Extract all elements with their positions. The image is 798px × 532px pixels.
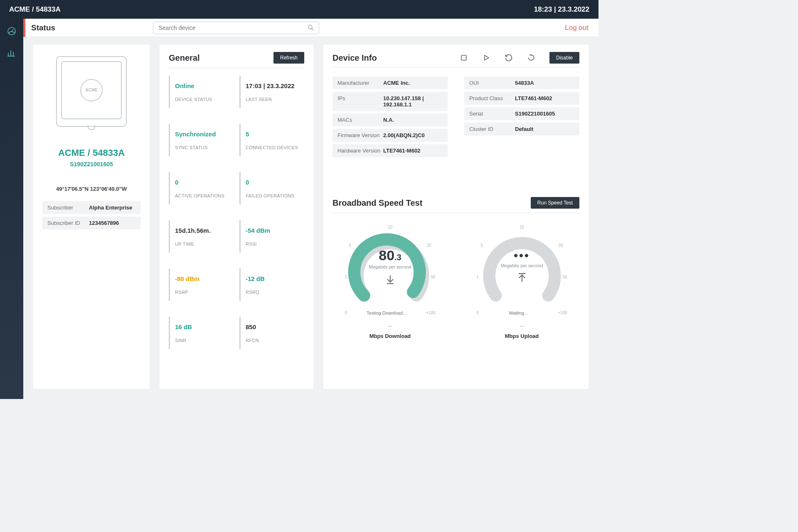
info-row-product-class: Product ClassLTE7461-M602 (464, 92, 579, 105)
stat-sinr: 16 dBSINR (169, 317, 234, 349)
general-stats-grid: OnlineDEVICE STATUS17:03 | 23.3.2022LAST… (169, 76, 304, 349)
device-image-brand: ACME (80, 79, 103, 101)
device-info-grid: ManufacturerACME Inc.IPs10.230.147.158 |… (332, 76, 579, 160)
download-gauge: 10 5 20 1 50 80.3 Megabits per second 0T… (342, 226, 438, 339)
stat-device-status: OnlineDEVICE STATUS (169, 76, 234, 108)
breadcrumb: ACME / 54833A (9, 5, 61, 14)
stat-active-operations: 0ACTIVE OPERATIONS (169, 172, 234, 204)
stat-rsrq: -12 dBRSRQ (239, 268, 304, 301)
topbar-clock: 18:23 | 23.3.2022 (534, 5, 589, 14)
logout-link[interactable]: Log out (565, 24, 589, 32)
info-row-macs: MACsN.A. (332, 113, 448, 126)
device-coordinates: 49°17'06.5"N 123°06'40.0"W (56, 186, 127, 192)
divider (332, 213, 579, 213)
stat-failed-operations: 0FAILED OPERATIONS (239, 172, 304, 204)
device-info-title: Device Info (332, 53, 377, 63)
device-info-actions: Disable (460, 52, 579, 64)
info-row-cluster-id: Cluster IDDefault (464, 123, 579, 135)
svg-point-1 (308, 25, 312, 29)
stat-rssi: -54 dBmRSSI (239, 220, 304, 253)
stop-icon[interactable] (460, 54, 468, 62)
info-row-firmware-version: Firmware Version2.00(ABQN.2)C0 (332, 129, 448, 142)
subscriber-rows: Subscriber Alpha Enterprise Subscriber I… (42, 201, 140, 232)
speed-test-section: Broadband Speed Test Run Speed Test 10 5… (332, 197, 579, 339)
page-title: Status (31, 23, 55, 32)
stat-sync-status: SynchronizedSYNC STATUS (169, 124, 234, 156)
device-summary-panel: ACME ACME / 54833A S190Z21001605 49°17'0… (33, 44, 150, 389)
info-row-hardware-version: Hardware VersionLTE7461-M602 (332, 144, 448, 157)
upload-label: Mbps Upload (474, 333, 570, 339)
left-nav (0, 19, 23, 399)
analytics-bars-icon[interactable] (7, 48, 17, 58)
stat-up-time: 15d.1h.56m.UP TIME (169, 220, 234, 253)
dashboard-gauge-icon[interactable] (7, 26, 17, 36)
upload-arrow-icon (516, 272, 528, 284)
search-box[interactable] (153, 22, 319, 34)
info-row-serial: SerialS190Z21001605 (464, 107, 579, 120)
stat-rfcn: 850RFCN (239, 317, 304, 349)
run-speed-test-button[interactable]: Run Speed Test (531, 197, 579, 209)
disable-button[interactable]: Disable (549, 52, 579, 64)
topbar: ACME / 54833A 18:23 | 23.3.2022 (0, 0, 598, 19)
info-row-ips: IPs10.230.147.158 | 192.168.1.1 (332, 92, 448, 111)
general-panel: General Refresh OnlineDEVICE STATUS17:03… (160, 44, 313, 389)
subscriber-id-row: Subscriber ID 1234567896 (42, 217, 140, 229)
svg-rect-2 (461, 55, 466, 60)
right-panel: Device Info Disable ManufacturerACME Inc… (323, 44, 589, 389)
download-arrow-icon (384, 273, 396, 285)
upload-gauge: 10 5 20 1 50 ••• Megabits per second 0Wa… (474, 226, 570, 339)
info-row-manufacturer: ManufacturerACME Inc. (332, 76, 448, 89)
content: ACME ACME / 54833A S190Z21001605 49°17'0… (23, 37, 598, 399)
refresh-circular-icon[interactable] (505, 54, 513, 62)
download-label: Mbps Download (342, 333, 438, 339)
subscriber-row: Subscriber Alpha Enterprise (42, 201, 140, 214)
search-icon (307, 24, 315, 32)
divider (332, 67, 579, 67)
play-icon[interactable] (482, 54, 490, 62)
reset-icon[interactable] (527, 54, 535, 62)
header-accent (23, 19, 25, 37)
stat-connected-devices: 5CONNECTED DEVICES (239, 124, 304, 156)
stat-rsrp: -88 dBmRSRP (169, 268, 234, 301)
device-title: ACME / 54833A (58, 148, 125, 158)
search-input[interactable] (158, 24, 307, 32)
stat-last-seen: 17:03 | 23.3.2022LAST SEEN (239, 76, 304, 108)
page-header: Status Log out (23, 19, 598, 37)
device-image: ACME (56, 56, 127, 127)
speed-test-title: Broadband Speed Test (332, 198, 422, 208)
device-serial: S190Z21001605 (70, 161, 113, 167)
general-title: General (169, 53, 200, 63)
refresh-button[interactable]: Refresh (273, 52, 304, 64)
divider (169, 68, 304, 68)
info-row-oui: OUI54833A (464, 76, 579, 89)
